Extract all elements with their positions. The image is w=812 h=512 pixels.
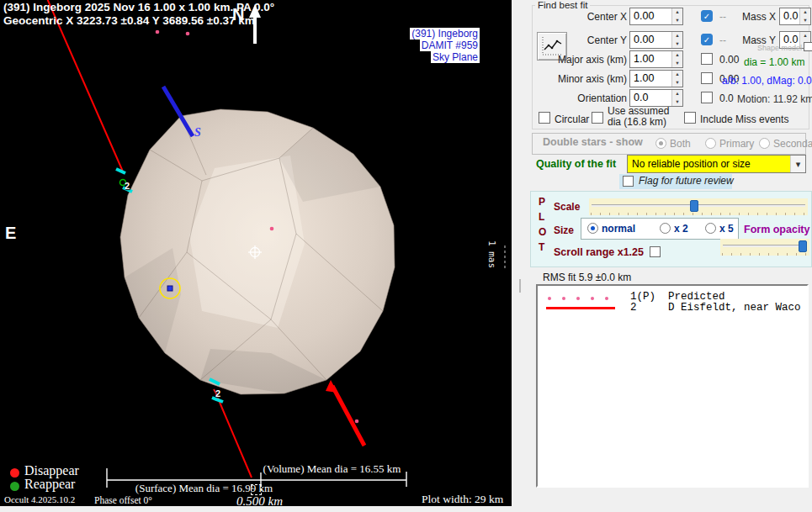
- mass-x-spinner[interactable]: 0.0 ▲▼: [779, 8, 811, 25]
- spin-up-icon[interactable]: ▲: [672, 32, 682, 40]
- spin-down-icon[interactable]: ▼: [672, 60, 682, 68]
- center-x-lock-checkbox[interactable]: ✓: [701, 10, 713, 22]
- chord-list-row[interactable]: 2 D Eisfeldt, near Waco: [630, 302, 801, 314]
- chord-offset-segment: [326, 380, 364, 446]
- reappear-dot-icon: [10, 482, 19, 491]
- spin-down-icon[interactable]: ▼: [672, 98, 682, 107]
- minor-axis-spinner[interactable]: 1.00 ▲▼: [629, 70, 683, 87]
- predicted-line-sample: [548, 297, 608, 300]
- circular-label: Circular: [555, 113, 589, 125]
- shape-model-label: Shape model: [757, 44, 802, 52]
- plot-geocentric-line: Geocentric X 3223.73 ±0.84 Y 3689.56 ±0.…: [3, 14, 255, 27]
- form-opacity-groove: [723, 245, 807, 247]
- spin-up-icon[interactable]: ▲: [672, 71, 682, 79]
- use-assumed-line2: dia (16.8 km): [608, 117, 669, 128]
- size-x5-radio[interactable]: [705, 223, 716, 234]
- double-stars-primary-radio[interactable]: [705, 138, 716, 149]
- dia-note: dia = 1.00 km: [744, 56, 804, 68]
- mass-x-label: Mass X: [734, 11, 776, 23]
- form-opacity-slider[interactable]: [720, 239, 809, 256]
- chord-list-row[interactable]: 1(P) Predicted: [630, 291, 725, 303]
- double-stars-both-radio[interactable]: [655, 138, 666, 149]
- chord-entry-number: 2: [125, 181, 130, 191]
- spin-up-icon[interactable]: ▲: [672, 90, 682, 98]
- major-axis-fix-value: 0.00: [719, 54, 739, 66]
- south-pole-label: S: [194, 126, 201, 140]
- spin-up-icon[interactable]: ▲: [672, 8, 682, 17]
- center-y-value[interactable]: 0.00: [630, 32, 671, 48]
- quality-dropdown[interactable]: No reliable position or size ▾: [627, 155, 806, 173]
- use-assumed-dia-checkbox[interactable]: [592, 112, 603, 124]
- scale-slider-thumb[interactable]: [690, 200, 698, 212]
- spin-down-icon[interactable]: ▼: [672, 40, 682, 49]
- chevron-down-icon[interactable]: ▾: [790, 156, 805, 172]
- observed-line-sample: [546, 307, 615, 309]
- include-miss-checkbox[interactable]: [684, 112, 696, 124]
- damit-model-label: DAMIT #959: [420, 40, 480, 51]
- scale-slider-ticks: [591, 213, 806, 215]
- minor-axis-fix-checkbox[interactable]: [701, 72, 713, 84]
- double-stars-primary-label: Primary: [719, 138, 754, 150]
- major-axis-label: Major axis (km): [534, 54, 627, 66]
- scale-slider[interactable]: [589, 198, 808, 215]
- size-x2-radio[interactable]: [660, 223, 671, 234]
- center-y-lock-checkbox[interactable]: ✓: [701, 34, 713, 45]
- spin-up-icon[interactable]: ▲: [800, 32, 810, 40]
- size-normal-radio[interactable]: [587, 223, 598, 234]
- orientation-fix-value: 0.0: [719, 92, 734, 104]
- ab-note: a/b: 1.00, dMag: 0.00: [722, 75, 812, 87]
- find-best-fit-caption: Find best fit: [535, 0, 590, 10]
- circular-checkbox[interactable]: [539, 112, 550, 124]
- scroll-range-label: Scroll range x1.25: [554, 246, 644, 258]
- center-y-label: Center Y: [551, 34, 627, 46]
- scale-label: Scale: [554, 201, 580, 213]
- mass-x-value[interactable]: 0.0: [780, 8, 799, 24]
- object-name-label: (391) Ingeborg: [410, 28, 480, 40]
- major-axis-value[interactable]: 1.00: [630, 51, 671, 67]
- double-stars-both-label: Both: [670, 138, 691, 150]
- check-icon: ✓: [703, 35, 710, 45]
- volume-diameter-label: (Volume) Mean dia = 16.55 km: [250, 462, 414, 476]
- major-axis-fix-checkbox[interactable]: [701, 53, 713, 65]
- minor-axis-value[interactable]: 1.00: [630, 71, 671, 87]
- plot-width-label: Plot width: 29 km: [422, 493, 503, 506]
- spin-down-icon[interactable]: ▼: [800, 17, 810, 25]
- spin-down-icon[interactable]: ▼: [672, 17, 682, 25]
- disappear-dot-icon: [10, 468, 19, 478]
- center-x-value[interactable]: 0.00: [630, 8, 671, 24]
- center-x-spinner[interactable]: 0.00 ▲▼: [629, 8, 683, 25]
- phase-offset-label: Phase offset 0°: [94, 495, 152, 505]
- splitter-handle[interactable]: [519, 279, 521, 293]
- occult-asteroid-fit-window: (391) Ingeborg 2025 Nov 16 1.00 x 1.00 k…: [0, 0, 812, 512]
- orientation-value[interactable]: 0.0: [630, 90, 671, 106]
- center-x-label: Center X: [551, 11, 627, 23]
- flag-review-label: Flag for future review: [639, 175, 734, 187]
- form-opacity-ticks: [722, 253, 808, 256]
- plot-letter-l: L: [539, 211, 544, 223]
- double-stars-secondary-radio[interactable]: [759, 138, 770, 149]
- double-stars-secondary-label: Secondary: [773, 138, 812, 150]
- spin-up-icon[interactable]: ▲: [672, 51, 682, 60]
- motion-note: Motion: 11.92 km/s: [737, 93, 812, 105]
- include-miss-label: Include Miss events: [700, 113, 788, 125]
- chord-listbox[interactable]: 1(P) Predicted 2 D Eisfeldt, near Waco: [536, 284, 809, 488]
- orientation-spinner[interactable]: 0.0 ▲▼: [629, 89, 683, 107]
- center-y-spinner[interactable]: 0.00 ▲▼: [629, 31, 683, 49]
- shape-model-checkbox[interactable]: [804, 42, 812, 51]
- scroll-range-checkbox[interactable]: [650, 246, 661, 257]
- spin-down-icon[interactable]: ▼: [672, 79, 682, 87]
- plot-letter-o: O: [539, 226, 546, 238]
- quality-label: Quality of the fit: [536, 158, 616, 170]
- flag-review-checkbox[interactable]: [623, 176, 634, 187]
- form-opacity-thumb[interactable]: [799, 240, 807, 252]
- rms-fit-label: RMS fit 5.9 ±0.0 km: [543, 272, 631, 283]
- double-stars-caption: Double stars - show: [543, 136, 643, 148]
- major-axis-spinner[interactable]: 1.00 ▲▼: [629, 50, 683, 68]
- sky-plane-plot[interactable]: (391) Ingeborg 2025 Nov 16 1.00 x 1.00 k…: [0, 0, 512, 506]
- center-x-lock-value: --: [719, 11, 726, 23]
- orientation-fix-checkbox[interactable]: [701, 92, 713, 103]
- orientation-label: Orientation: [534, 92, 627, 104]
- legend-reappear-label: Reappear: [24, 477, 75, 492]
- spin-up-icon[interactable]: ▲: [800, 8, 810, 17]
- size-x2-label: x 2: [674, 223, 688, 235]
